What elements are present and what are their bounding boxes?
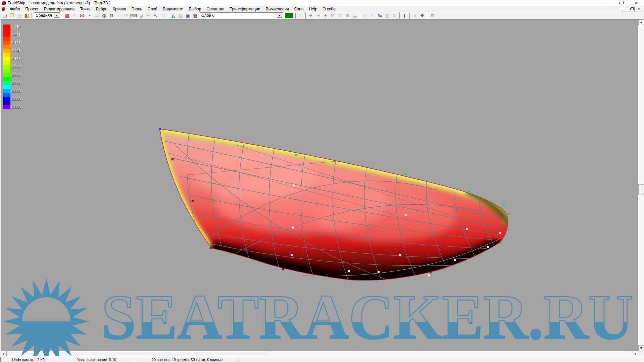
legend-swatch: 0.000 [3, 81, 10, 85]
menu-bar: ФайлПроектРедактированиеТочкаРеброКривая… [0, 6, 644, 12]
lock-points-icon: ◘ [337, 12, 344, 19]
toolbar-separator [305, 13, 306, 18]
freeship-window: Free!Ship : Новая модель.fbm (измененный… [0, 0, 644, 362]
menu-средства[interactable]: Средства [204, 6, 227, 12]
curvature-legend: 0.6140.4910.3680.2460.1230.0000.0000.000… [3, 24, 10, 109]
scroll-right-button[interactable] [633, 351, 638, 356]
mdi-minimize-button[interactable] [621, 7, 627, 11]
legend-swatch [3, 37, 10, 41]
legend-value: 0.000 [11, 105, 21, 109]
horizontal-scroll-thumb[interactable] [6, 351, 269, 356]
3d-viewport[interactable]: 0.6140.4910.3680.2460.1230.0000.0000.000… [1, 19, 638, 351]
wedge-icon: ◢ [137, 12, 145, 19]
menu-ребро[interactable]: Ребро [93, 6, 110, 12]
document-icon [2, 7, 5, 11]
open-file-icon[interactable]: ❒ [8, 12, 16, 19]
new-file-icon[interactable]: ❏ [1, 12, 8, 19]
legend-swatch: 0.614 [3, 24, 10, 29]
cursor-data-icon[interactable]: ≣ [429, 12, 436, 19]
exit-icon[interactable]: ◧ [23, 12, 31, 19]
menu-вычисления[interactable]: Вычисления [263, 6, 292, 12]
legend-value: 0.491 [11, 33, 21, 37]
stations-icon[interactable]: ⊓ [108, 12, 115, 19]
collapse-edges-icon[interactable]: ↹ [376, 12, 384, 19]
status-bar: Undo память : 2 Кб. Увел. расстояние: 0.… [0, 356, 644, 362]
legend-swatch: 0.246 [3, 49, 10, 53]
menu-грань[interactable]: Грань [129, 6, 145, 12]
menu-выбор[interactable]: Выбор [186, 6, 204, 12]
mdi-restore-button[interactable] [628, 7, 635, 11]
control-net-icon[interactable]: ▩ [63, 12, 71, 19]
curvature-curves-icon[interactable]: ∿ [152, 12, 159, 19]
legend-swatch: 0.123 [3, 57, 10, 61]
mdi-client-area: 0.6140.4910.3680.2460.1230.0000.0000.000… [0, 19, 644, 356]
vertical-scroll-thumb[interactable] [638, 184, 644, 195]
hull-view-icon[interactable]: ◭ [169, 12, 177, 19]
align-points-icon: ⇥ [314, 12, 322, 19]
scroll-down-button[interactable] [638, 345, 644, 351]
layer-color-swatch[interactable] [285, 13, 293, 18]
scale-icon[interactable]: ✦ [322, 12, 329, 19]
menu-о-себе[interactable]: О себе [320, 6, 338, 12]
toolbar-separator [409, 13, 410, 18]
mdi-close-button[interactable]: ✕ [635, 7, 642, 11]
rotate-icon: ↻ [391, 12, 398, 19]
interior-edges-icon[interactable]: ⋈ [78, 12, 86, 19]
toolbar-separator [32, 13, 32, 18]
zebra-shading-icon: ◗ [115, 12, 122, 19]
masts-icon: ╫ [145, 12, 152, 19]
intersect-layers-icon: ⊥ [369, 12, 376, 19]
legend-swatch [3, 85, 10, 89]
extrude-curve-icon[interactable]: ∫ [401, 12, 408, 19]
layer-combo[interactable]: Слой 0▼ [200, 12, 283, 18]
restore-button[interactable] [613, 0, 629, 6]
chevron-down-icon[interactable]: ▼ [277, 13, 282, 18]
grid-icon[interactable]: ⌗ [93, 12, 100, 19]
toolbar-separator [62, 13, 62, 18]
menu-слой[interactable]: Слой [145, 6, 160, 12]
app-icon [2, 1, 6, 5]
legend-value: 0.000 [11, 89, 21, 93]
scrollbar-corner [638, 351, 644, 356]
toolbar: ❏❒▤◧Средняя▼▩♙⋈◔⌗◍⊓◗⊠⌨◢╫∿∿◭▨▣▦Слой 0▼⌂⌖⇥… [0, 12, 644, 19]
light-icon[interactable]: ☼ [411, 12, 418, 19]
vertical-scrollbar[interactable] [638, 19, 644, 351]
menu-точка[interactable]: Точка [77, 6, 93, 12]
background-image-icon[interactable]: ▣ [184, 12, 192, 19]
transform-icon: ☛ [329, 12, 337, 19]
gaussian-curvature-icon[interactable]: ◍ [100, 12, 108, 19]
title-bar: Free!Ship : Новая модель.fbm (измененный… [0, 0, 644, 6]
insert-plane-icon: ◇ [361, 12, 369, 19]
menu-help[interactable]: Help [306, 6, 320, 12]
status-undo-memory: Undo память : 2 Кб. [0, 357, 57, 362]
menu-кривая[interactable]: Кривая [110, 6, 129, 12]
menu-трансформации[interactable]: Трансформации [227, 6, 263, 12]
legend-swatch: 0.000 [3, 73, 10, 77]
chevron-down-icon[interactable]: ▼ [54, 13, 59, 18]
calculator-icon[interactable]: ⌨ [130, 12, 137, 19]
shade-icon[interactable]: ◔ [86, 12, 93, 19]
menu-видимости[interactable]: Видимости [160, 6, 186, 12]
toolbar-separator [168, 13, 168, 18]
horizontal-scrollbar[interactable] [1, 351, 638, 356]
scroll-left-button[interactable] [1, 351, 6, 356]
toolbar-separator [360, 13, 360, 18]
menu-проект[interactable]: Проект [23, 6, 42, 12]
menu-файл[interactable]: Файл [7, 6, 23, 12]
legend-swatch [3, 45, 10, 49]
legend-swatch: 0.000 [3, 97, 10, 101]
legend-value: 0.123 [11, 57, 21, 61]
layer-boxes-icon[interactable]: ▦ [192, 12, 199, 19]
legend-swatch [3, 77, 10, 81]
menu-окна[interactable]: Окна [292, 6, 306, 12]
close-button[interactable]: ✕ [629, 0, 644, 6]
precision-combo[interactable]: Средняя▼ [34, 12, 60, 18]
scroll-up-button[interactable] [638, 19, 644, 25]
move-point-icon[interactable]: ⌖ [307, 12, 314, 19]
menu-редактирование[interactable]: Редактирование [41, 6, 77, 12]
texture-icon[interactable]: ❖ [418, 12, 426, 19]
new-face-icon: ▥ [384, 12, 391, 19]
window-title: Free!Ship : Новая модель.fbm (измененный… [8, 1, 110, 5]
both-sides-icon: ♙ [71, 12, 78, 19]
minimize-button[interactable] [598, 0, 613, 6]
